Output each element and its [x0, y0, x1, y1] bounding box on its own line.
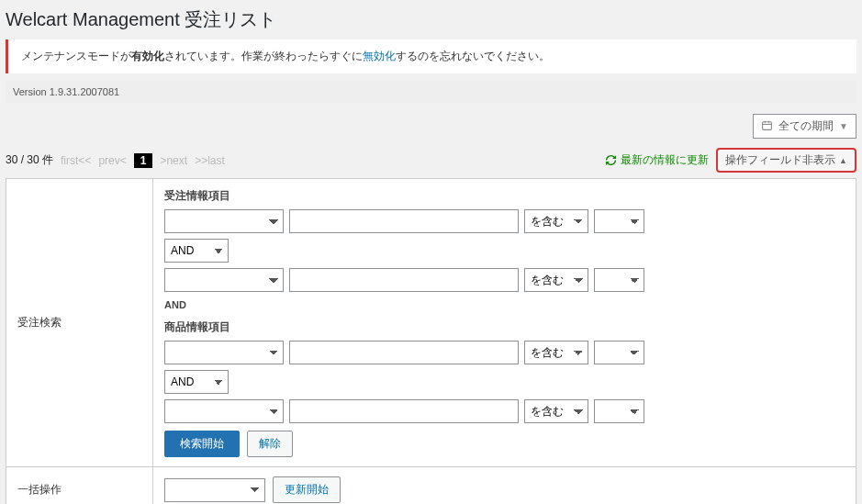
and-separator: AND — [164, 299, 845, 310]
period-select[interactable]: 全ての期間 ▼ — [753, 114, 856, 139]
product-value-1[interactable] — [289, 341, 519, 364]
search-clear-button[interactable]: 解除 — [247, 431, 293, 457]
notice-bold: 有効化 — [131, 50, 164, 62]
record-count: 30 / 30 件 — [6, 152, 53, 168]
pager-current: 1 — [134, 153, 153, 168]
calendar-icon — [761, 119, 773, 134]
pager-last[interactable]: >>last — [195, 154, 225, 167]
maintenance-notice: メンテナンスモードが有効化されています。作業が終わったらすぐに無効化するのを忘れ… — [6, 39, 856, 73]
page-title: Welcart Management 受注リスト — [6, 4, 856, 39]
period-label: 全ての期間 — [778, 118, 834, 134]
svg-rect-0 — [763, 121, 772, 129]
product-value-2[interactable] — [289, 399, 519, 423]
refresh-icon — [605, 154, 617, 166]
refresh-label: 最新の情報に更新 — [621, 152, 709, 168]
product-extra-2[interactable] — [594, 399, 644, 423]
bulk-row-label: 一括操作 — [6, 467, 153, 505]
triangle-up-icon: ▲ — [839, 156, 847, 165]
order-match-2[interactable]: を含む — [524, 268, 588, 292]
order-field-2[interactable] — [164, 268, 284, 292]
product-field-1[interactable] — [164, 341, 284, 364]
toggle-fields-label: 操作フィールド非表示 — [725, 152, 835, 168]
product-andor[interactable]: AND — [164, 370, 229, 394]
product-match-1[interactable]: を含む — [524, 341, 588, 364]
pager-prev[interactable]: prev< — [98, 154, 126, 167]
product-match-2[interactable]: を含む — [524, 399, 588, 423]
order-extra-1[interactable] — [594, 209, 644, 233]
notice-mid: されています。作業が終わったらすぐに — [164, 50, 363, 62]
search-start-button[interactable]: 検索開始 — [164, 431, 240, 457]
product-section-title: 商品情報項目 — [164, 319, 845, 335]
order-andor[interactable]: AND — [164, 239, 229, 263]
order-field-1[interactable] — [164, 209, 284, 233]
order-value-2[interactable] — [289, 268, 519, 292]
product-extra-1[interactable] — [594, 341, 644, 364]
bulk-update-button[interactable]: 更新開始 — [273, 476, 341, 503]
version-bar: Version 1.9.31.2007081 — [6, 81, 856, 103]
order-extra-2[interactable] — [594, 268, 644, 292]
order-match-1[interactable]: を含む — [524, 209, 588, 233]
toggle-fields-button[interactable]: 操作フィールド非表示 ▲ — [716, 148, 856, 173]
product-field-2[interactable] — [164, 399, 284, 423]
notice-pre: メンテナンスモードが — [21, 50, 131, 62]
refresh-link[interactable]: 最新の情報に更新 — [605, 152, 709, 168]
bulk-select[interactable] — [164, 478, 265, 502]
notice-post: するのを忘れないでください。 — [396, 50, 550, 62]
pager-first[interactable]: first<< — [61, 154, 91, 167]
notice-disable-link[interactable]: 無効化 — [363, 50, 396, 62]
chevron-down-icon: ▼ — [839, 121, 848, 131]
search-row-label: 受注検索 — [6, 179, 153, 467]
pager-next[interactable]: >next — [160, 154, 187, 167]
order-section-title: 受注情報項目 — [164, 188, 845, 204]
order-value-1[interactable] — [289, 209, 519, 233]
